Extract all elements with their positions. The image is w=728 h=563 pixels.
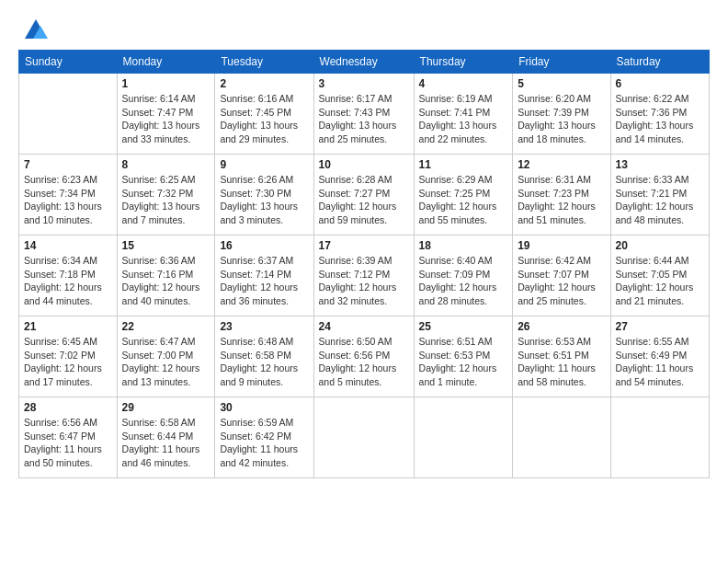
weekday-header-tuesday: Tuesday	[215, 51, 313, 74]
day-number: 13	[616, 158, 704, 171]
calendar-cell: 1Sunrise: 6:14 AM Sunset: 7:47 PM Daylig…	[117, 74, 215, 155]
day-number: 26	[518, 320, 605, 333]
day-info: Sunrise: 6:28 AM Sunset: 7:27 PM Dayligh…	[319, 173, 409, 227]
day-number: 16	[220, 239, 308, 252]
day-info: Sunrise: 6:34 AM Sunset: 7:18 PM Dayligh…	[24, 254, 112, 308]
day-number: 30	[220, 401, 308, 414]
calendar-cell	[414, 397, 513, 478]
day-info: Sunrise: 6:37 AM Sunset: 7:14 PM Dayligh…	[220, 254, 308, 308]
logo-icon	[22, 17, 50, 44]
day-info: Sunrise: 6:48 AM Sunset: 6:58 PM Dayligh…	[220, 335, 308, 389]
calendar-cell: 16Sunrise: 6:37 AM Sunset: 7:14 PM Dayli…	[215, 236, 313, 316]
calendar-cell: 24Sunrise: 6:50 AM Sunset: 6:56 PM Dayli…	[313, 316, 414, 397]
logo	[18, 17, 50, 40]
day-number: 5	[518, 77, 605, 90]
weekday-header-friday: Friday	[513, 51, 610, 74]
calendar-cell: 17Sunrise: 6:39 AM Sunset: 7:12 PM Dayli…	[313, 236, 414, 316]
day-number: 18	[419, 239, 508, 252]
day-number: 27	[616, 320, 704, 333]
day-info: Sunrise: 6:23 AM Sunset: 7:34 PM Dayligh…	[24, 173, 112, 227]
calendar-cell: 18Sunrise: 6:40 AM Sunset: 7:09 PM Dayli…	[414, 236, 513, 316]
day-info: Sunrise: 6:33 AM Sunset: 7:21 PM Dayligh…	[616, 173, 704, 227]
weekday-header-monday: Monday	[117, 51, 215, 74]
calendar-cell: 2Sunrise: 6:16 AM Sunset: 7:45 PM Daylig…	[215, 74, 313, 155]
day-number: 3	[319, 77, 409, 90]
calendar-cell: 29Sunrise: 6:58 AM Sunset: 6:44 PM Dayli…	[117, 397, 215, 478]
day-number: 10	[319, 158, 409, 171]
day-info: Sunrise: 6:44 AM Sunset: 7:05 PM Dayligh…	[616, 254, 704, 308]
day-number: 9	[220, 158, 308, 171]
calendar-cell: 22Sunrise: 6:47 AM Sunset: 7:00 PM Dayli…	[117, 316, 215, 397]
day-info: Sunrise: 6:19 AM Sunset: 7:41 PM Dayligh…	[419, 92, 508, 146]
day-number: 8	[122, 158, 210, 171]
day-info: Sunrise: 6:58 AM Sunset: 6:44 PM Dayligh…	[122, 416, 210, 470]
weekday-header-saturday: Saturday	[610, 51, 709, 74]
calendar-cell: 9Sunrise: 6:26 AM Sunset: 7:30 PM Daylig…	[215, 155, 313, 236]
day-info: Sunrise: 6:36 AM Sunset: 7:16 PM Dayligh…	[122, 254, 210, 308]
day-info: Sunrise: 6:22 AM Sunset: 7:36 PM Dayligh…	[616, 92, 704, 146]
calendar: SundayMondayTuesdayWednesdayThursdayFrid…	[18, 50, 710, 478]
day-info: Sunrise: 6:47 AM Sunset: 7:00 PM Dayligh…	[122, 335, 210, 389]
day-number: 19	[518, 239, 605, 252]
day-info: Sunrise: 6:40 AM Sunset: 7:09 PM Dayligh…	[419, 254, 508, 308]
calendar-cell: 15Sunrise: 6:36 AM Sunset: 7:16 PM Dayli…	[117, 236, 215, 316]
calendar-cell	[19, 74, 118, 155]
calendar-cell: 12Sunrise: 6:31 AM Sunset: 7:23 PM Dayli…	[513, 155, 610, 236]
day-number: 7	[24, 158, 112, 171]
day-info: Sunrise: 6:56 AM Sunset: 6:47 PM Dayligh…	[24, 416, 112, 470]
day-info: Sunrise: 6:55 AM Sunset: 6:49 PM Dayligh…	[616, 335, 704, 389]
calendar-cell: 10Sunrise: 6:28 AM Sunset: 7:27 PM Dayli…	[313, 155, 414, 236]
day-info: Sunrise: 6:50 AM Sunset: 6:56 PM Dayligh…	[319, 335, 409, 389]
calendar-cell	[313, 397, 414, 478]
day-number: 20	[616, 239, 704, 252]
day-info: Sunrise: 6:20 AM Sunset: 7:39 PM Dayligh…	[518, 92, 605, 146]
day-number: 23	[220, 320, 308, 333]
day-info: Sunrise: 6:39 AM Sunset: 7:12 PM Dayligh…	[319, 254, 409, 308]
day-number: 12	[518, 158, 605, 171]
calendar-cell: 25Sunrise: 6:51 AM Sunset: 6:53 PM Dayli…	[414, 316, 513, 397]
day-number: 1	[122, 77, 210, 90]
calendar-cell: 13Sunrise: 6:33 AM Sunset: 7:21 PM Dayli…	[610, 155, 709, 236]
weekday-header-wednesday: Wednesday	[313, 51, 414, 74]
weekday-header-thursday: Thursday	[414, 51, 513, 74]
calendar-cell: 26Sunrise: 6:53 AM Sunset: 6:51 PM Dayli…	[513, 316, 610, 397]
day-number: 14	[24, 239, 112, 252]
day-number: 11	[419, 158, 508, 171]
weekday-header-sunday: Sunday	[19, 51, 118, 74]
day-info: Sunrise: 6:14 AM Sunset: 7:47 PM Dayligh…	[122, 92, 210, 146]
calendar-cell: 11Sunrise: 6:29 AM Sunset: 7:25 PM Dayli…	[414, 155, 513, 236]
day-info: Sunrise: 6:25 AM Sunset: 7:32 PM Dayligh…	[122, 173, 210, 227]
day-info: Sunrise: 6:29 AM Sunset: 7:25 PM Dayligh…	[419, 173, 508, 227]
day-info: Sunrise: 6:26 AM Sunset: 7:30 PM Dayligh…	[220, 173, 308, 227]
day-number: 25	[419, 320, 508, 333]
day-info: Sunrise: 6:16 AM Sunset: 7:45 PM Dayligh…	[220, 92, 308, 146]
day-info: Sunrise: 6:59 AM Sunset: 6:42 PM Dayligh…	[220, 416, 308, 470]
day-number: 28	[24, 401, 112, 414]
calendar-cell: 21Sunrise: 6:45 AM Sunset: 7:02 PM Dayli…	[19, 316, 118, 397]
calendar-cell: 6Sunrise: 6:22 AM Sunset: 7:36 PM Daylig…	[610, 74, 709, 155]
day-number: 24	[319, 320, 409, 333]
calendar-cell: 30Sunrise: 6:59 AM Sunset: 6:42 PM Dayli…	[215, 397, 313, 478]
day-number: 22	[122, 320, 210, 333]
calendar-cell: 7Sunrise: 6:23 AM Sunset: 7:34 PM Daylig…	[19, 155, 118, 236]
calendar-cell: 4Sunrise: 6:19 AM Sunset: 7:41 PM Daylig…	[414, 74, 513, 155]
day-number: 4	[419, 77, 508, 90]
calendar-cell: 14Sunrise: 6:34 AM Sunset: 7:18 PM Dayli…	[19, 236, 118, 316]
calendar-cell: 23Sunrise: 6:48 AM Sunset: 6:58 PM Dayli…	[215, 316, 313, 397]
calendar-cell: 5Sunrise: 6:20 AM Sunset: 7:39 PM Daylig…	[513, 74, 610, 155]
day-number: 29	[122, 401, 210, 414]
day-number: 15	[122, 239, 210, 252]
calendar-cell: 20Sunrise: 6:44 AM Sunset: 7:05 PM Dayli…	[610, 236, 709, 316]
calendar-cell: 28Sunrise: 6:56 AM Sunset: 6:47 PM Dayli…	[19, 397, 118, 478]
day-info: Sunrise: 6:45 AM Sunset: 7:02 PM Dayligh…	[24, 335, 112, 389]
day-info: Sunrise: 6:42 AM Sunset: 7:07 PM Dayligh…	[518, 254, 605, 308]
day-info: Sunrise: 6:31 AM Sunset: 7:23 PM Dayligh…	[518, 173, 605, 227]
calendar-cell	[610, 397, 709, 478]
calendar-cell: 19Sunrise: 6:42 AM Sunset: 7:07 PM Dayli…	[513, 236, 610, 316]
day-number: 2	[220, 77, 308, 90]
day-number: 17	[319, 239, 409, 252]
day-info: Sunrise: 6:17 AM Sunset: 7:43 PM Dayligh…	[319, 92, 409, 146]
calendar-cell: 27Sunrise: 6:55 AM Sunset: 6:49 PM Dayli…	[610, 316, 709, 397]
day-info: Sunrise: 6:51 AM Sunset: 6:53 PM Dayligh…	[419, 335, 508, 389]
calendar-cell: 3Sunrise: 6:17 AM Sunset: 7:43 PM Daylig…	[313, 74, 414, 155]
